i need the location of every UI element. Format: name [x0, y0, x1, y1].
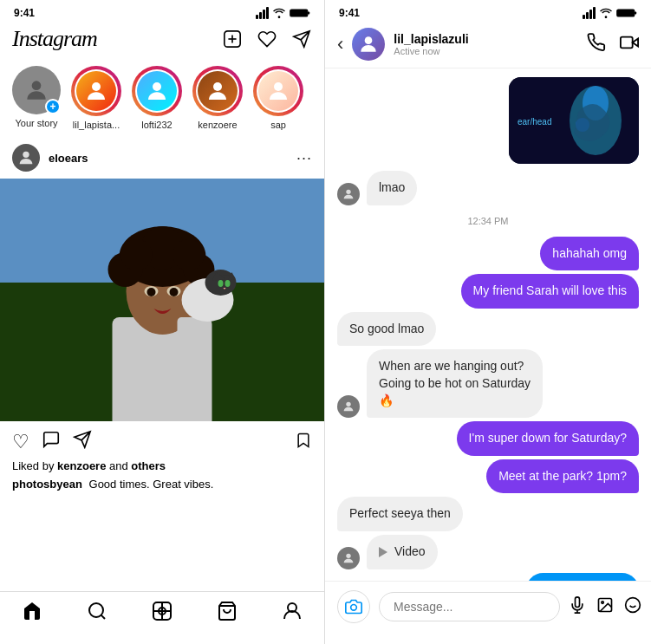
msg-video[interactable]: Video — [367, 535, 438, 569]
svg-point-30 — [218, 280, 224, 287]
dm-input-area — [325, 581, 651, 644]
svg-point-34 — [89, 603, 103, 617]
dm-button[interactable] — [291, 29, 312, 49]
msg-hangout: When are we hanging out?Going to be hot … — [367, 349, 543, 418]
svg-point-44 — [365, 36, 373, 44]
svg-point-8 — [213, 82, 222, 91]
wifi-icon — [272, 8, 286, 18]
bookmark-button[interactable] — [295, 431, 312, 454]
svg-point-9 — [274, 82, 283, 91]
story-item-kenzoere[interactable]: kenzoere — [192, 66, 243, 130]
post-username: eloears — [49, 152, 88, 165]
caption-username: photosbyean — [12, 478, 82, 491]
dm-status-icons — [583, 7, 637, 19]
post-options-button[interactable]: ··· — [296, 149, 312, 167]
svg-point-20 — [173, 239, 205, 270]
svg-point-10 — [23, 152, 29, 158]
shared-image: ear/head — [509, 77, 639, 164]
dm-panel: 9:41 ‹ — [325, 0, 651, 644]
dm-input-icons — [569, 596, 641, 618]
battery-icon — [290, 8, 310, 18]
story-item-yours[interactable]: + Your story — [12, 66, 61, 130]
msg-hangout-row: When are we hanging out?Going to be hot … — [337, 349, 639, 418]
story-label-kenzoere: kenzoere — [198, 120, 237, 130]
svg-point-58 — [626, 597, 641, 612]
nav-profile-button[interactable] — [282, 601, 303, 627]
msg-shared-image-row: ear/head — [337, 77, 639, 167]
nav-search-button[interactable] — [87, 601, 107, 627]
msg-avatar-sm-2 — [337, 395, 360, 418]
image-gallery-button[interactable] — [596, 596, 614, 618]
add-story-badge: + — [45, 99, 61, 114]
dm-status-bar: 9:41 — [325, 0, 651, 23]
instagram-feed-panel: 9:41 Instagram — [0, 0, 325, 644]
comment-button[interactable] — [42, 430, 61, 454]
svg-rect-0 — [290, 10, 308, 16]
story-item-lofti232[interactable]: lofti232 — [132, 66, 182, 130]
dm-battery-icon — [616, 8, 637, 18]
timestamp-1234: 12:34 PM — [337, 216, 639, 226]
messages-area[interactable]: ear/head lmao 12:34 PM hahahah omg My fr… — [325, 68, 651, 581]
svg-rect-43 — [635, 11, 636, 14]
left-status-icons — [256, 7, 310, 19]
dm-wifi-icon — [599, 8, 613, 18]
dm-video-button[interactable] — [620, 33, 639, 55]
story-label-sap: sap — [270, 120, 286, 130]
message-input[interactable] — [379, 592, 560, 621]
msg-lmao: lmao — [367, 171, 417, 205]
msg-sogood: So good lmao — [337, 312, 436, 347]
mic-button[interactable] — [569, 596, 586, 618]
post-user-avatar — [12, 144, 40, 172]
dm-header: ‹ lil_lapislazuli Active now — [325, 23, 651, 68]
ig-header: Instagram — [0, 23, 324, 59]
msg-video-row: Video — [337, 535, 639, 569]
dm-time: 9:41 — [339, 7, 360, 19]
likes-row: Liked by kenzoere and others — [0, 459, 324, 476]
nav-reels-button[interactable] — [152, 601, 173, 627]
svg-point-54 — [346, 553, 350, 557]
stories-row: + Your story lil_lapista... — [0, 59, 324, 137]
signal-icon — [256, 7, 269, 19]
caption-row: photosbyean Good times. Great vibes. — [0, 476, 324, 498]
dm-name-block: lil_lapislazuli Active now — [394, 32, 468, 56]
story-ring-lofti232 — [132, 66, 182, 116]
post-actions-left: ♡ — [12, 430, 92, 454]
emoji-button[interactable] — [624, 596, 641, 618]
svg-point-24 — [170, 288, 179, 296]
dm-header-icons — [587, 33, 639, 55]
share-button[interactable] — [73, 430, 92, 454]
story-item-lil-lapis[interactable]: lil_lapista... — [71, 66, 121, 130]
dm-username: lil_lapislazuli — [394, 32, 468, 46]
left-status-bar: 9:41 — [0, 0, 324, 23]
svg-marker-45 — [633, 38, 638, 46]
dm-user-avatar — [352, 28, 385, 61]
caption-text: Good times. Great vibes. — [89, 478, 214, 491]
nav-home-button[interactable] — [22, 601, 42, 627]
likes-text: Liked by kenzoere and others — [12, 459, 166, 472]
dm-back-button[interactable]: ‹ — [337, 33, 343, 55]
like-button[interactable]: ♡ — [12, 431, 29, 453]
svg-rect-46 — [621, 37, 633, 49]
svg-point-55 — [351, 605, 357, 611]
video-label: Video — [394, 543, 426, 561]
camera-button[interactable] — [337, 590, 370, 623]
msg-down-row: I'm super down for Saturday? — [337, 421, 639, 456]
svg-rect-1 — [308, 11, 309, 14]
svg-point-6 — [92, 82, 101, 91]
svg-point-5 — [32, 81, 42, 90]
svg-point-19 — [121, 239, 153, 270]
dm-active-status: Active now — [394, 46, 468, 56]
notifications-button[interactable] — [257, 29, 277, 49]
msg-goodstuff-row: Good stuff today — [337, 573, 639, 581]
story-ring-kenzoere — [192, 66, 243, 116]
svg-point-7 — [153, 82, 161, 91]
svg-point-31 — [225, 280, 231, 287]
nav-shop-button[interactable] — [217, 601, 238, 627]
msg-hahahah: hahahah omg — [540, 237, 639, 271]
svg-text:ear/head: ear/head — [518, 117, 551, 127]
add-post-button[interactable] — [222, 29, 243, 49]
dm-call-button[interactable] — [587, 33, 606, 55]
story-item-sap[interactable]: sap — [253, 66, 303, 130]
dm-user-info[interactable]: lil_lapislazuli Active now — [352, 28, 578, 61]
post-user[interactable]: eloears — [12, 144, 88, 172]
